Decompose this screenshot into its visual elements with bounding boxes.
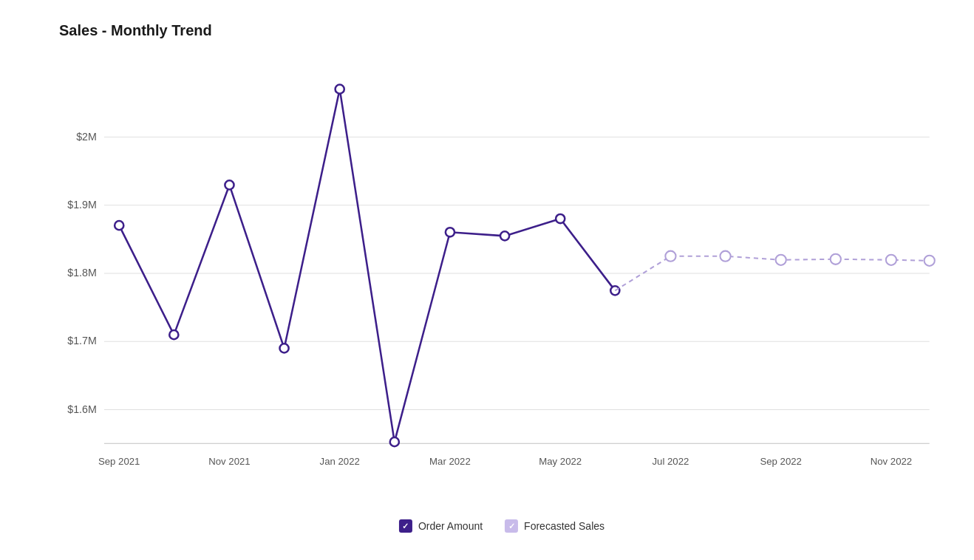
y-label-1_7m: $1.7M: [67, 335, 96, 346]
legend-order-check: ✓: [402, 522, 409, 531]
order-amount-line: [119, 89, 615, 442]
forecast-point-sep2022: [776, 255, 786, 265]
forecast-point-nov2022: [886, 255, 896, 265]
legend-forecast-icon: ✓: [505, 519, 518, 533]
x-label-may2022: May 2022: [539, 456, 582, 467]
order-point-mar2022: [446, 228, 454, 236]
legend-forecast: ✓ Forecasted Sales: [505, 519, 605, 533]
legend-forecast-check: ✓: [508, 522, 515, 531]
chart-legend: ✓ Order Amount ✓ Forecasted Sales: [399, 519, 605, 533]
legend-order-label: Order Amount: [418, 520, 483, 532]
forecast-point-oct2022: [831, 254, 841, 264]
order-point-dec2021: [279, 344, 288, 352]
y-label-1_9m: $1.9M: [67, 199, 96, 211]
order-point-sep2021: [115, 221, 123, 230]
y-label-1_6m: $1.6M: [67, 403, 96, 415]
x-label-jul2022: Jul 2022: [653, 456, 689, 467]
x-label-jan2022: Jan 2022: [320, 456, 360, 467]
chart-area: $2M $1.9M $1.8M $1.7M $1.6M Sep 2021 Nov…: [59, 54, 944, 488]
order-point-feb2022: [390, 437, 399, 446]
order-point-may2022: [556, 214, 565, 223]
forecast-point-jul2022: [665, 251, 675, 262]
y-label-2m: $2M: [76, 131, 97, 143]
order-point-jan2022: [336, 85, 344, 94]
x-label-sep2022: Sep 2022: [760, 456, 801, 467]
order-point-oct2021: [169, 330, 178, 339]
y-label-1_8m: $1.8M: [67, 267, 96, 279]
legend-order-amount: ✓ Order Amount: [399, 519, 483, 533]
forecast-point-dec2022: [924, 256, 935, 266]
chart-svg: $2M $1.9M $1.8M $1.7M $1.6M Sep 2021 Nov…: [59, 54, 944, 488]
legend-order-icon: ✓: [399, 519, 412, 533]
x-label-mar2022: Mar 2022: [429, 456, 471, 467]
legend-forecast-label: Forecasted Sales: [524, 520, 605, 532]
chart-container: Sales - Monthly Trend $2M $1.9M $1.8M $1…: [0, 0, 974, 560]
chart-title: Sales - Monthly Trend: [59, 22, 944, 39]
x-label-nov2021: Nov 2021: [208, 456, 250, 467]
order-point-jun2022: [610, 286, 619, 295]
x-label-sep2021: Sep 2021: [98, 456, 140, 467]
order-point-apr2022: [500, 231, 509, 240]
x-label-nov2022: Nov 2022: [871, 456, 912, 467]
order-point-nov2021: [225, 180, 234, 189]
forecast-point-aug2022: [720, 251, 730, 262]
